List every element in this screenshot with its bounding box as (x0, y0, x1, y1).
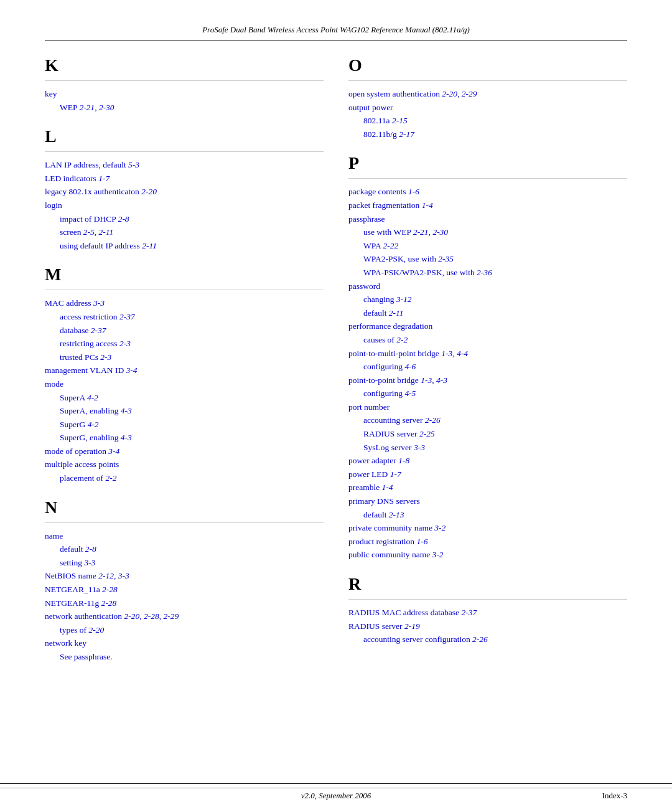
section-r: R RADIUS MAC address database 2-37 RADIU… (348, 574, 627, 646)
subterm-access-restriction[interactable]: access restriction 2-37 (45, 310, 324, 324)
term-name[interactable]: name (45, 529, 324, 543)
subterm-screen[interactable]: screen 2-5, 2-11 (45, 225, 324, 239)
term-netbios[interactable]: NetBIOS name 2-12, 3-3 (45, 569, 324, 583)
term-performance-degradation[interactable]: performance degradation (348, 319, 627, 333)
term-radius-server[interactable]: RADIUS server 2-19 (348, 620, 627, 633)
letter-p: P (348, 153, 627, 173)
subterm-configuring-point[interactable]: configuring 4-5 (348, 387, 627, 400)
subterm-wpa2-psk[interactable]: WPA2-PSK, use with 2-35 (348, 252, 627, 266)
term-primary-dns[interactable]: primary DNS servers (348, 494, 627, 508)
term-mode-of-operation[interactable]: mode of operation 3-4 (45, 445, 324, 458)
term-power-adapter[interactable]: power adapter 1-8 (348, 454, 627, 468)
term-packet-frag[interactable]: packet fragmentation 1-4 (348, 199, 627, 212)
term-power-led[interactable]: power LED 1-7 (348, 468, 627, 481)
header-title: ProSafe Dual Band Wireless Access Point … (202, 25, 470, 34)
subterm-types-of[interactable]: types of 2-20 (45, 623, 324, 637)
subterm-use-wep[interactable]: use with WEP 2-21, 2-30 (348, 225, 627, 239)
term-port-number[interactable]: port number (348, 400, 627, 414)
subterm-restricting-access[interactable]: restricting access 2-3 (45, 337, 324, 351)
section-o: O open system authentication 2-20, 2-29 … (348, 55, 627, 141)
term-point-multi-bridge[interactable]: point-to-multi-point bridge 1-3, 4-4 (348, 347, 627, 361)
section-k: K key WEP 2-21, 2-30 (45, 55, 324, 114)
letter-k: K (45, 55, 324, 75)
term-password[interactable]: password (348, 280, 627, 293)
section-m: M MAC address 3-3 access restriction 2-3… (45, 265, 324, 484)
section-n: N name default 2-8 setting 3-3 NetBIOS n… (45, 498, 324, 664)
term-led[interactable]: LED indicators 1-7 (45, 172, 324, 186)
term-preamble[interactable]: preamble 1-4 (348, 481, 627, 494)
subterm-wpa-psk-wpa2[interactable]: WPA-PSK/WPA2-PSK, use with 2-36 (348, 266, 627, 280)
section-p: P package contents 1-6 packet fragmentat… (348, 153, 627, 562)
footer-version: v2.0, September 2006 (301, 791, 371, 801)
letter-r: R (348, 574, 627, 594)
subterm-superg-enabling[interactable]: SuperG, enabling 4-3 (45, 431, 324, 445)
page-header: ProSafe Dual Band Wireless Access Point … (45, 25, 627, 40)
subterm-wpa[interactable]: WPA 2-22 (348, 239, 627, 253)
subterm-configuring-multi[interactable]: configuring 4-6 (348, 360, 627, 374)
left-column: K key WEP 2-21, 2-30 L LAN IP address, d… (45, 55, 324, 676)
term-open-system-auth[interactable]: open system authentication 2-20, 2-29 (348, 87, 627, 101)
subterm-wep-k[interactable]: WEP 2-21, 2-30 (45, 101, 324, 115)
term-public-community-name[interactable]: public community name 3-2 (348, 548, 627, 562)
letter-m: M (45, 265, 324, 285)
term-mode[interactable]: mode (45, 377, 324, 391)
term-private-community-name[interactable]: private community name 3-2 (348, 521, 627, 535)
subterm-setting[interactable]: setting 3-3 (45, 556, 324, 570)
subterm-accounting-config[interactable]: accounting server configuration 2-26 (348, 633, 627, 646)
subterm-syslog-server[interactable]: SysLog server 3-3 (348, 441, 627, 455)
term-mgmt-vlan[interactable]: management VLAN ID 3-4 (45, 364, 324, 377)
subterm-default-dns[interactable]: default 2-13 (348, 508, 627, 522)
subterm-supera[interactable]: SuperA 4-2 (45, 391, 324, 405)
subterm-placement-of[interactable]: placement of 2-2 (45, 471, 324, 485)
subterm-accounting-server[interactable]: accounting server 2-26 (348, 413, 627, 427)
subterm-see-passphrase[interactable]: See passphrase. (45, 650, 324, 664)
subterm-trusted-pcs[interactable]: trusted PCs 2-3 (45, 351, 324, 364)
term-network-auth[interactable]: network authentication 2-20, 2-28, 2-29 (45, 610, 324, 623)
page: ProSafe Dual Band Wireless Access Point … (0, 0, 672, 714)
subterm-supera-enabling[interactable]: SuperA, enabling 4-3 (45, 404, 324, 418)
subterm-default-ip[interactable]: using default IP address 2-11 (45, 239, 324, 253)
page-number: Index-3 (602, 791, 627, 800)
term-multiple-access-points[interactable]: multiple access points (45, 458, 324, 471)
term-login[interactable]: login (45, 199, 324, 212)
subterm-superg[interactable]: SuperG 4-2 (45, 418, 324, 432)
section-l: L LAN IP address, default 5-3 LED indica… (45, 126, 324, 252)
term-network-key[interactable]: network key (45, 636, 324, 650)
term-output-power[interactable]: output power (348, 101, 627, 115)
term-product-registration[interactable]: product registration 1-6 (348, 535, 627, 549)
term-mac-address[interactable]: MAC address 3-3 (45, 296, 324, 310)
term-point-bridge[interactable]: point-to-point bridge 1-3, 4-3 (348, 374, 627, 387)
subterm-radius-server-port[interactable]: RADIUS server 2-25 (348, 427, 627, 441)
subterm-changing[interactable]: changing 3-12 (348, 293, 627, 306)
term-radius-mac-db[interactable]: RADIUS MAC address database 2-37 (348, 606, 627, 620)
subterm-database[interactable]: database 2-37 (45, 324, 324, 337)
index-content: K key WEP 2-21, 2-30 L LAN IP address, d… (45, 55, 627, 676)
term-netgear-11a[interactable]: NETGEAR_11a 2-28 (45, 583, 324, 597)
term-key[interactable]: key (45, 87, 324, 101)
letter-n: N (45, 498, 324, 517)
right-column: O open system authentication 2-20, 2-29 … (348, 55, 627, 676)
subterm-impact-dhcp[interactable]: impact of DHCP 2-8 (45, 212, 324, 226)
subterm-default-pass[interactable]: default 2-11 (348, 306, 627, 320)
term-lan-ip[interactable]: LAN IP address, default 5-3 (45, 158, 324, 172)
letter-o: O (348, 55, 627, 75)
term-package-contents[interactable]: package contents 1-6 (348, 185, 627, 199)
letter-l: L (45, 126, 324, 146)
subterm-causes-of[interactable]: causes of 2-2 (348, 333, 627, 347)
term-netgear-11g[interactable]: NETGEAR-11g 2-28 (45, 597, 324, 610)
term-passphrase[interactable]: passphrase (348, 212, 627, 226)
term-legacy[interactable]: legacy 802.1x authenticaton 2-20 (45, 185, 324, 199)
subterm-80211bg[interactable]: 802.11b/g 2-17 (348, 128, 627, 141)
subterm-default-name[interactable]: default 2-8 (45, 542, 324, 556)
subterm-80211a[interactable]: 802.11a 2-15 (348, 114, 627, 128)
